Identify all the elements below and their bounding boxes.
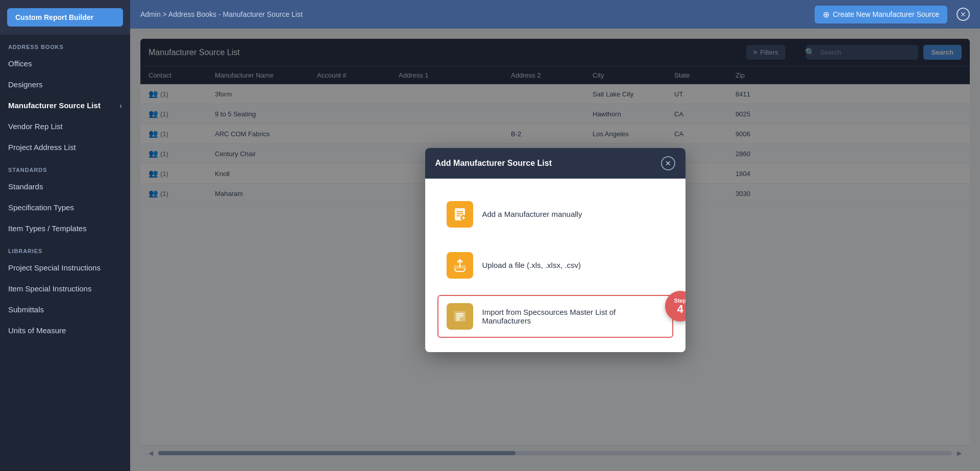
- sidebar-item-label: Standards: [8, 182, 43, 191]
- sidebar-item-submittals[interactable]: Submittals: [0, 299, 130, 320]
- sidebar-item-label: Project Address List: [8, 143, 76, 152]
- breadcrumb: Admin > Address Books - Manufacturer Sou…: [140, 10, 303, 18]
- sidebar-item-units-of-measure[interactable]: Units of Measure: [0, 320, 130, 341]
- sidebar-item-label: Project Special Instructions: [8, 263, 101, 272]
- sidebar-item-project-address-list[interactable]: Project Address List: [0, 137, 130, 158]
- add-manually-icon: [447, 201, 473, 228]
- modal-title: Add Manufacturer Source List: [435, 159, 552, 168]
- content-area: Manufacturer Source List ≡ Filters 🔍 Sea…: [130, 29, 980, 471]
- modal-option-import-specsources[interactable]: Import from Specsources Master List of M…: [437, 295, 673, 338]
- sidebar-item-label: Item Special Instructions: [8, 284, 91, 293]
- custom-report-button[interactable]: Custom Report Builder: [7, 8, 123, 27]
- upload-file-icon: [447, 252, 473, 279]
- sidebar-item-standards[interactable]: Standards: [0, 176, 130, 197]
- step-number: 4: [677, 304, 683, 315]
- close-topbar-button[interactable]: ✕: [957, 8, 970, 21]
- add-manually-label: Add a Manufacturer manually: [482, 210, 582, 218]
- import-specsources-label: Import from Specsources Master List of M…: [482, 308, 664, 325]
- sidebar-header: Custom Report Builder: [0, 0, 130, 35]
- chevron-right-icon: ›: [119, 101, 122, 110]
- main-content: Admin > Address Books - Manufacturer Sou…: [130, 0, 980, 471]
- sidebar-item-designers[interactable]: Designers: [0, 74, 130, 95]
- sidebar-section-label: LIBRARIES: [0, 239, 130, 257]
- sidebar-item-specification-types[interactable]: Specification Types: [0, 197, 130, 218]
- modal-header: Add Manufacturer Source List ✕: [425, 148, 685, 179]
- sidebar-item-label: Units of Measure: [8, 326, 66, 335]
- sidebar-item-item-special-instructions[interactable]: Item Special Instructions: [0, 278, 130, 299]
- sidebar-item-offices[interactable]: Offices: [0, 53, 130, 74]
- sidebar-item-label: Offices: [8, 59, 32, 68]
- sidebar: Custom Report Builder ADDRESS BOOKSOffic…: [0, 0, 130, 471]
- sidebar-item-item-types-templates[interactable]: Item Types / Templates: [0, 218, 130, 239]
- plus-icon: ⊕: [823, 10, 829, 19]
- sidebar-item-label: Vendor Rep List: [8, 122, 63, 131]
- sidebar-section-label: STANDARDS: [0, 158, 130, 176]
- add-manufacturer-modal: Add Manufacturer Source List ✕ Add a Man…: [425, 148, 685, 352]
- modal-close-button[interactable]: ✕: [661, 156, 675, 170]
- modal-option-upload-file[interactable]: Upload a file (.xls, .xlsx, .csv): [437, 244, 673, 287]
- sidebar-item-label: Manufacturer Source List: [8, 101, 101, 110]
- sidebar-item-project-special-instructions[interactable]: Project Special Instructions: [0, 257, 130, 278]
- sidebar-item-label: Item Types / Templates: [8, 224, 87, 233]
- import-specsources-icon: [447, 303, 473, 330]
- sidebar-item-label: Specification Types: [8, 203, 74, 212]
- modal-overlay[interactable]: Add Manufacturer Source List ✕ Add a Man…: [130, 29, 980, 471]
- modal-body: Add a Manufacturer manually Upload a fil…: [425, 179, 685, 352]
- topbar: Admin > Address Books - Manufacturer Sou…: [130, 0, 980, 29]
- sidebar-section-label: ADDRESS BOOKS: [0, 35, 130, 53]
- sidebar-item-label: Designers: [8, 80, 43, 89]
- sidebar-item-vendor-rep-list[interactable]: Vendor Rep List: [0, 116, 130, 137]
- upload-file-label: Upload a file (.xls, .xlsx, .csv): [482, 261, 581, 269]
- create-new-manufacturer-button[interactable]: ⊕ Create New Manufacturer Source: [815, 6, 947, 23]
- sidebar-item-manufacturer-source-list[interactable]: Manufacturer Source List›: [0, 95, 130, 116]
- sidebar-item-label: Submittals: [8, 305, 44, 314]
- modal-option-add-manually[interactable]: Add a Manufacturer manually: [437, 193, 673, 236]
